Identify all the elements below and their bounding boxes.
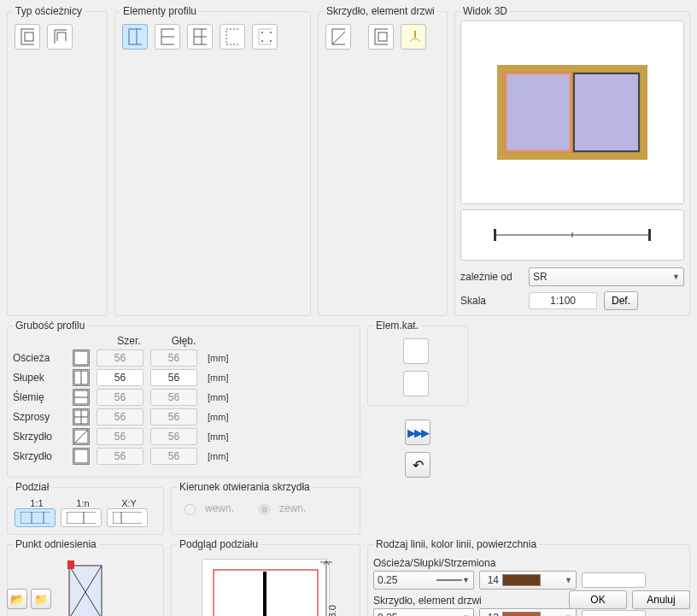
zaleznie-od-select[interactable]: SR ▼ [529, 267, 684, 286]
podzial-opt-1-label: 1:1 [15, 498, 59, 508]
line-weight-value: 0.25 [378, 574, 397, 586]
thickness-unit: [mm] [208, 373, 228, 383]
thickness-row-label: Słupek [13, 372, 66, 384]
profile-opt-grid[interactable] [187, 24, 213, 50]
skala-label: Skala [460, 295, 522, 307]
line-weight-select[interactable]: 0.25 ▼ [373, 608, 474, 616]
chevron-down-icon: ▼ [462, 576, 470, 584]
surface-button[interactable] [582, 610, 646, 616]
svg-rect-39 [20, 512, 50, 524]
thickness-szer-input [97, 408, 144, 425]
sash-door-1[interactable] [368, 24, 394, 50]
svg-point-12 [270, 32, 272, 33]
surface-button[interactable] [582, 572, 646, 588]
radio-wewn-label: wewn. [205, 502, 234, 514]
thickness-unit: [mm] [208, 412, 228, 422]
podzial-opt-2[interactable] [61, 508, 102, 527]
skala-def-button[interactable]: Def. [604, 291, 638, 310]
thickness-row-icon [73, 408, 90, 425]
cancel-button[interactable]: Anuluj [632, 590, 690, 609]
profile-opt-columns[interactable] [122, 24, 148, 50]
thickness-unit: [mm] [208, 431, 228, 442]
thickness-szer-input [97, 389, 144, 406]
frame-type-group: Typ ościeżnicy [7, 5, 108, 316]
profile-opt-dots[interactable] [252, 24, 278, 50]
svg-rect-17 [375, 29, 388, 44]
line-weight-select[interactable]: 0.25 ▼ [373, 571, 474, 590]
thickness-gleb-input [150, 389, 197, 406]
line-color-select[interactable]: 14 ▼ [479, 571, 577, 590]
radio-zewn-input [259, 504, 270, 515]
thickness-row-icon [73, 349, 90, 367]
folder-out-icon: 📂 [10, 593, 24, 606]
svg-rect-42 [67, 512, 96, 524]
podzial-opt-2-label: 1:n [61, 498, 105, 508]
thickness-gleb-input [150, 349, 197, 367]
thickness-row-label: Szprosy [13, 411, 66, 423]
elem-kat-label: Elem.kat. [373, 320, 421, 331]
ok-button[interactable]: OK [569, 590, 627, 609]
line-color-idx: 14 [483, 574, 499, 586]
line-color-swatch [502, 612, 541, 616]
elem-kat-group: Elem.kat. [367, 320, 468, 406]
view-3d-label: Widok 3D [460, 5, 510, 17]
line-weight-value: 0.25 [378, 612, 397, 616]
line-color-swatch [502, 574, 541, 586]
thickness-szer-input[interactable] [97, 369, 144, 386]
division-preview-group: Podgląd podziału 898.0 916.0 [171, 538, 360, 616]
svg-rect-0 [21, 29, 34, 44]
svg-rect-1 [25, 32, 33, 41]
svg-rect-23 [574, 73, 639, 151]
chevron-down-icon: ▼ [672, 273, 680, 281]
tool-load-button[interactable]: 📂 [7, 589, 27, 609]
play-forward-button[interactable]: ▶▶▶ [405, 419, 430, 445]
radio-wewn[interactable]: wewn. [180, 502, 234, 515]
skala-input[interactable] [529, 292, 597, 309]
elem-kat-slot-1[interactable] [403, 338, 429, 364]
svg-rect-38 [74, 449, 88, 463]
svg-rect-44 [113, 512, 142, 524]
sash-opt-1[interactable] [325, 24, 351, 50]
frame-type-label: Typ ościeżnicy [13, 5, 85, 17]
profile-opt-dotted[interactable] [220, 24, 245, 50]
line-color-select[interactable]: 13 ▼ [479, 608, 577, 616]
folder-in-icon: 📁 [34, 593, 48, 606]
reference-point-label: Punkt odniesienia [13, 538, 99, 550]
undo-icon: ↶ [413, 457, 424, 473]
podzial-label: Podział [13, 481, 51, 493]
division-canvas [202, 559, 330, 616]
profile-elements-label: Elementy profilu [120, 5, 199, 17]
svg-rect-49 [67, 560, 74, 569]
tool-save-button[interactable]: 📁 [31, 589, 51, 609]
thickness-szer-input [97, 428, 144, 445]
reference-point-icon[interactable] [67, 560, 103, 616]
frame-type-opt-2[interactable] [47, 24, 73, 50]
opening-direction-label: Kierunek otwierania skrzydła [177, 481, 313, 493]
zaleznie-od-label: zależnie od [460, 271, 522, 283]
opening-direction-group: Kierunek otwierania skrzydła wewn. zewn. [171, 481, 360, 535]
elem-kat-slot-2[interactable] [403, 371, 429, 396]
thickness-row-label: Skrzydło [13, 431, 66, 443]
svg-rect-10 [259, 29, 272, 44]
line-style-label: Rodzaj linii, kolor linii, powierzchnia [373, 538, 539, 550]
radio-zewn[interactable]: zewn. [255, 502, 306, 515]
division-preview-label: Podgląd podziału [177, 538, 261, 550]
svg-rect-22 [506, 73, 571, 151]
podzial-opt-3[interactable] [107, 508, 148, 527]
thickness-gleb-input[interactable] [150, 369, 197, 386]
svg-rect-18 [378, 32, 387, 41]
svg-point-11 [261, 32, 263, 33]
col-gleb-header: Głęb. [156, 335, 211, 347]
podzial-opt-1[interactable] [15, 508, 56, 527]
sash-door-2[interactable] [401, 24, 426, 50]
profile-opt-rows[interactable] [155, 24, 180, 50]
sash-label: Skrzydło, element drzwi [324, 5, 437, 17]
thickness-unit: [mm] [208, 392, 228, 402]
frame-type-opt-1[interactable] [15, 24, 40, 50]
profile-thickness-group: Grubość profilu Szer. Głęb. Ościeża [mm]… [7, 320, 360, 478]
svg-line-16 [332, 29, 345, 44]
thickness-row-label: Ślemię [13, 391, 66, 403]
undo-button[interactable]: ↶ [405, 452, 430, 478]
line-color-idx: 13 [483, 612, 499, 616]
thickness-unit: [mm] [208, 451, 228, 461]
